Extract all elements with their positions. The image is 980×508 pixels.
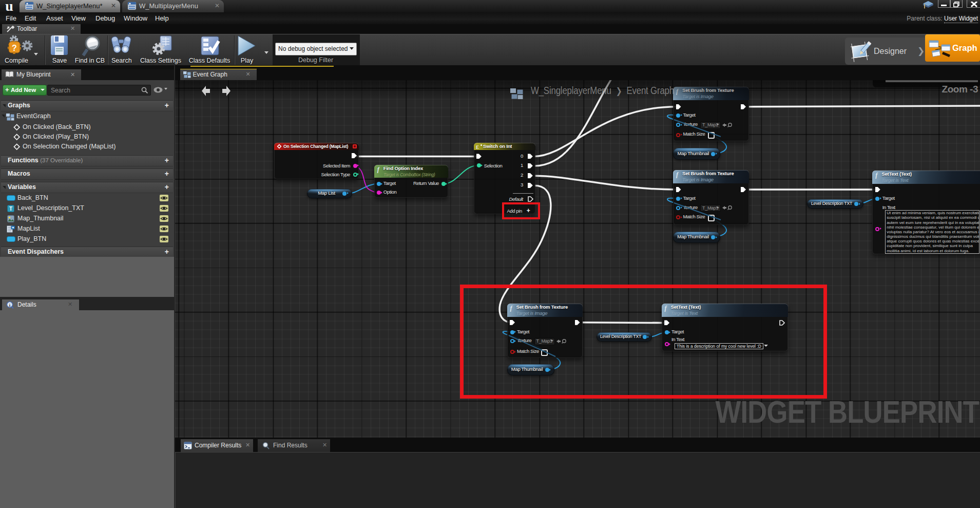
svg-text:Ɛ: Ɛ — [476, 144, 479, 149]
svg-text:T: T — [9, 206, 12, 212]
svg-text:?: ? — [12, 44, 17, 52]
